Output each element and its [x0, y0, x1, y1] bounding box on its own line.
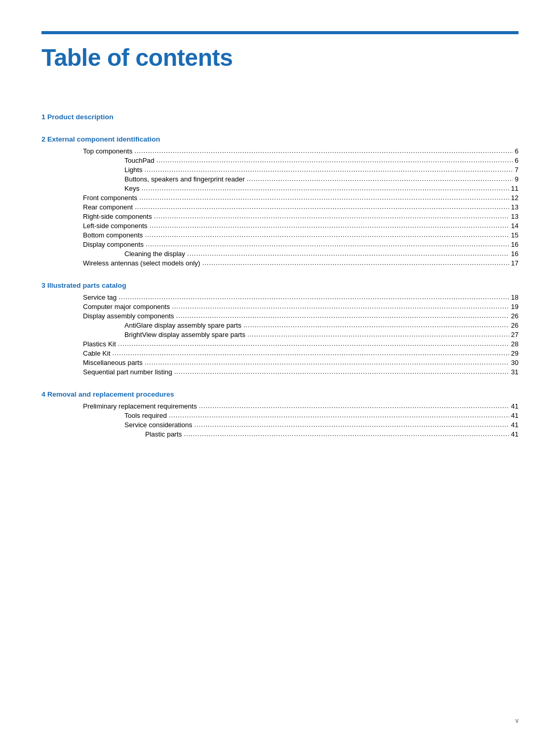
section-heading-section-4[interactable]: 4 Removal and replacement procedures — [41, 390, 519, 398]
toc-entry-page-computer-major-components: 19 — [511, 303, 519, 311]
toc-entry-dots-buttons-speakers — [247, 175, 513, 182]
toc-entry-page-cable-kit: 29 — [511, 349, 519, 357]
toc-entry-lights[interactable]: Lights7 — [41, 166, 519, 174]
toc-entry-label-preliminary-replacement: Preliminary replacement requirements — [83, 402, 197, 410]
toc-entry-dots-cable-kit — [113, 349, 509, 357]
toc-entry-dots-sequential-part-number — [174, 368, 509, 375]
toc-entry-display-assembly-components[interactable]: Display assembly components26 — [41, 312, 519, 320]
toc-entry-brightview-display[interactable]: BrightView display assembly spare parts2… — [41, 331, 519, 339]
toc-entry-label-plastics-kit: Plastics Kit — [83, 340, 116, 348]
toc-entry-sequential-part-number[interactable]: Sequential part number listing31 — [41, 368, 519, 376]
toc-entry-page-bottom-components: 15 — [511, 231, 519, 239]
toc-entry-rear-component[interactable]: Rear component13 — [41, 203, 519, 211]
toc-entry-preliminary-replacement[interactable]: Preliminary replacement requirements41 — [41, 402, 519, 410]
toc-entry-page-service-considerations: 41 — [511, 421, 519, 429]
toc-container: 1 Product description2 External componen… — [41, 113, 519, 438]
toc-entry-service-considerations[interactable]: Service considerations41 — [41, 421, 519, 429]
toc-entry-label-brightview-display: BrightView display assembly spare parts — [124, 331, 245, 339]
toc-entry-page-plastics-kit: 28 — [511, 340, 519, 348]
toc-entry-page-preliminary-replacement: 41 — [511, 402, 519, 410]
toc-entry-page-left-side-components: 14 — [511, 222, 519, 230]
toc-entry-display-components[interactable]: Display components16 — [41, 241, 519, 248]
toc-entry-top-components[interactable]: Top components6 — [41, 147, 519, 155]
toc-entry-label-cable-kit: Cable Kit — [83, 349, 110, 357]
section-heading-section-3[interactable]: 3 Illustrated parts catalog — [41, 282, 519, 289]
toc-entry-label-antiglare-display: AntiGlare display assembly spare parts — [124, 321, 241, 329]
toc-entry-dots-plastics-kit — [118, 340, 509, 347]
toc-entry-dots-plastic-parts — [184, 430, 509, 438]
toc-entry-label-wireless-antennas: Wireless antennas (select models only) — [83, 259, 200, 267]
toc-entry-dots-antiglare-display — [243, 321, 509, 329]
toc-entry-dots-front-components — [139, 193, 509, 201]
toc-entry-front-components[interactable]: Front components12 — [41, 194, 519, 202]
toc-entry-tools-required[interactable]: Tools required41 — [41, 412, 519, 419]
toc-entry-label-touchpad: TouchPad — [124, 157, 155, 164]
toc-entry-page-top-components: 6 — [515, 147, 519, 155]
toc-entry-page-miscellaneous-parts: 30 — [511, 359, 519, 367]
toc-entry-page-display-assembly-components: 26 — [511, 312, 519, 320]
toc-entry-antiglare-display[interactable]: AntiGlare display assembly spare parts26 — [41, 321, 519, 329]
toc-entry-label-rear-component: Rear component — [83, 203, 133, 211]
toc-entry-cleaning-display[interactable]: Cleaning the display16 — [41, 250, 519, 258]
toc-entry-dots-lights — [145, 165, 513, 173]
toc-entry-dots-preliminary-replacement — [199, 402, 509, 410]
section-heading-section-2[interactable]: 2 External component identification — [41, 135, 519, 143]
toc-entry-dots-service-considerations — [194, 420, 509, 428]
toc-entry-dots-service-tag — [119, 293, 509, 301]
footer-page-number: v — [515, 717, 519, 724]
toc-entry-label-left-side-components: Left-side components — [83, 222, 147, 230]
toc-entry-label-bottom-components: Bottom components — [83, 231, 143, 239]
toc-entry-page-wireless-antennas: 17 — [511, 259, 519, 267]
toc-entry-page-tools-required: 41 — [511, 412, 519, 419]
toc-entry-label-buttons-speakers: Buttons, speakers and fingerprint reader — [124, 175, 245, 183]
toc-entry-dots-display-components — [146, 240, 509, 248]
toc-entry-wireless-antennas[interactable]: Wireless antennas (select models only)17 — [41, 259, 519, 267]
toc-entry-label-miscellaneous-parts: Miscellaneous parts — [83, 359, 143, 367]
toc-entry-buttons-speakers[interactable]: Buttons, speakers and fingerprint reader… — [41, 175, 519, 183]
toc-entry-page-front-components: 12 — [511, 194, 519, 202]
toc-entry-label-lights: Lights — [124, 166, 143, 174]
toc-entry-page-brightview-display: 27 — [511, 331, 519, 339]
toc-entry-label-plastic-parts: Plastic parts — [145, 430, 182, 438]
toc-entries-section-3: Service tag18Computer major components19… — [41, 293, 519, 376]
toc-entry-label-right-side-components: Right-side components — [83, 213, 152, 220]
toc-entry-dots-keys — [142, 184, 509, 192]
toc-entry-plastics-kit[interactable]: Plastics Kit28 — [41, 340, 519, 348]
toc-entry-dots-computer-major-components — [172, 302, 509, 310]
toc-entry-dots-wireless-antennas — [202, 259, 509, 266]
toc-entry-bottom-components[interactable]: Bottom components15 — [41, 231, 519, 239]
page-title: Table of contents — [41, 44, 519, 72]
toc-entry-left-side-components[interactable]: Left-side components14 — [41, 222, 519, 230]
toc-entry-dots-miscellaneous-parts — [145, 358, 509, 366]
toc-entry-miscellaneous-parts[interactable]: Miscellaneous parts30 — [41, 359, 519, 367]
toc-entry-keys[interactable]: Keys11 — [41, 185, 519, 192]
toc-entry-label-sequential-part-number: Sequential part number listing — [83, 368, 172, 376]
toc-entry-label-cleaning-display: Cleaning the display — [124, 250, 185, 258]
toc-entry-label-front-components: Front components — [83, 194, 137, 202]
toc-entry-page-right-side-components: 13 — [511, 213, 519, 220]
toc-entry-dots-top-components — [134, 147, 512, 154]
toc-entry-page-touchpad: 6 — [515, 157, 519, 164]
toc-entry-page-sequential-part-number: 31 — [511, 368, 519, 376]
toc-entry-right-side-components[interactable]: Right-side components13 — [41, 213, 519, 220]
toc-entry-page-rear-component: 13 — [511, 203, 519, 211]
toc-entry-plastic-parts[interactable]: Plastic parts41 — [41, 430, 519, 438]
toc-entry-label-top-components: Top components — [83, 147, 132, 155]
toc-entry-touchpad[interactable]: TouchPad6 — [41, 157, 519, 164]
toc-entry-page-cleaning-display: 16 — [511, 250, 519, 258]
toc-entry-page-service-tag: 18 — [511, 293, 519, 301]
toc-entry-page-keys: 11 — [511, 185, 519, 192]
toc-entries-section-2: Top components6TouchPad6Lights7Buttons, … — [41, 147, 519, 267]
section-heading-section-1[interactable]: 1 Product description — [41, 113, 519, 121]
toc-entry-label-service-tag: Service tag — [83, 293, 117, 301]
toc-entry-cable-kit[interactable]: Cable Kit29 — [41, 349, 519, 357]
toc-entry-label-display-components: Display components — [83, 241, 144, 248]
toc-entry-dots-right-side-components — [154, 212, 509, 220]
toc-entry-label-computer-major-components: Computer major components — [83, 303, 170, 311]
toc-entry-dots-bottom-components — [145, 231, 509, 238]
top-border — [41, 31, 519, 34]
toc-entry-dots-touchpad — [157, 156, 513, 164]
toc-entry-service-tag[interactable]: Service tag18 — [41, 293, 519, 301]
toc-entry-computer-major-components[interactable]: Computer major components19 — [41, 303, 519, 311]
toc-entry-label-display-assembly-components: Display assembly components — [83, 312, 174, 320]
